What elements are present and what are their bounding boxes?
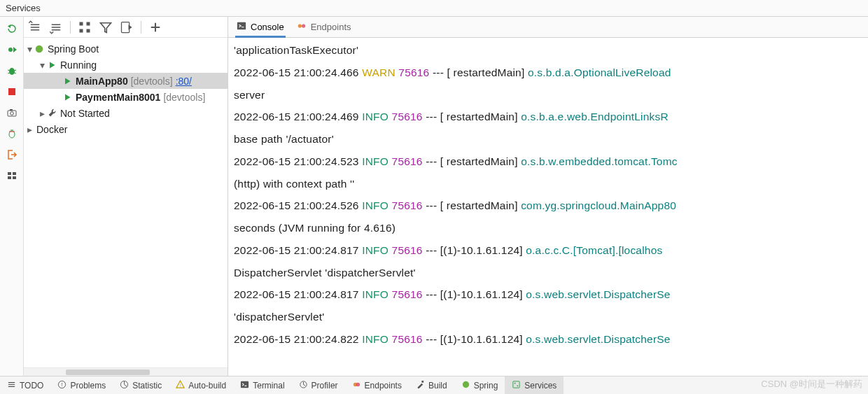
config-icon[interactable] [120, 20, 134, 34]
tree-node-running[interactable]: ▾ Running [24, 57, 227, 73]
todo-icon [7, 380, 16, 391]
svg-text:!: ! [180, 382, 181, 387]
tree-node-paymentmain8001[interactable]: PaymentMain8001 [devtools] [24, 89, 227, 105]
endpoints-icon [297, 21, 307, 33]
svg-line-5 [14, 73, 16, 73]
play-icon [62, 93, 73, 101]
heap-icon[interactable] [6, 127, 18, 140]
bottom-tab-problems[interactable]: !Problems [50, 377, 113, 394]
log-continuation: DispatcherServlet 'dispatcherServlet' [234, 262, 867, 284]
bottom-tab-terminal[interactable]: Terminal [233, 377, 291, 394]
bottom-tab-build[interactable]: Build [409, 377, 454, 394]
debug1-icon[interactable] [6, 43, 18, 56]
filter-icon[interactable] [99, 20, 113, 34]
spring-icon [34, 44, 45, 54]
svg-point-23 [302, 24, 305, 27]
tree-node-docker[interactable]: ▸ Docker [24, 121, 227, 137]
service-tree[interactable]: ▾ Spring Boot ▾ Running MainApp80 [devto… [24, 38, 227, 367]
port-link[interactable]: :80/ [176, 76, 192, 87]
bottom-tab-profiler[interactable]: Profiler [292, 377, 345, 394]
services-icon [512, 380, 521, 391]
camera-icon[interactable] [6, 106, 18, 119]
bottom-tab-label: Auto-build [188, 381, 226, 391]
svg-rect-9 [10, 109, 13, 111]
bottom-tab-label: Terminal [253, 381, 284, 391]
tab-label: Console [251, 22, 284, 32]
bottom-tab-label: Spring [474, 381, 498, 391]
tree-tag: [devtools] [131, 76, 173, 87]
expand-all-icon[interactable] [49, 20, 63, 34]
bottom-tab-endpoints[interactable]: Endpoints [345, 377, 409, 394]
svg-rect-13 [8, 176, 11, 179]
tab-console[interactable]: Console [237, 17, 284, 37]
log-line: 2022-06-15 21:00:24.523 INFO 75616 --- [… [234, 150, 867, 173]
log-continuation: base path '/actuator' [234, 128, 867, 150]
tree-node-mainapp80[interactable]: MainApp80 [devtools] :80/ [24, 73, 227, 89]
horizontal-scrollbar[interactable] [24, 367, 227, 376]
left-gutter [0, 17, 24, 376]
tree-label: PaymentMain8001 [73, 92, 160, 103]
log-line: 2022-06-15 21:00:24.526 INFO 75616 --- [… [234, 195, 867, 217]
bottom-tab-todo[interactable]: TODO [0, 377, 50, 394]
bottom-tab-services[interactable]: Services [505, 377, 564, 394]
stop-icon[interactable] [6, 85, 18, 98]
output-tabs: Console Endpoints [228, 17, 868, 38]
bottom-tab-label: Build [428, 381, 447, 391]
svg-rect-19 [122, 22, 130, 32]
svg-text:!: ! [62, 381, 63, 388]
svg-rect-17 [80, 29, 83, 32]
tree-label: Not Started [57, 108, 110, 119]
collapse-all-icon[interactable] [28, 20, 42, 34]
tree-node-notstarted[interactable]: ▸ Not Started [24, 105, 227, 121]
svg-point-33 [462, 381, 468, 387]
chevron-down-icon: ▾ [25, 43, 34, 55]
play-icon [46, 61, 57, 69]
svg-rect-12 [13, 172, 16, 175]
bottom-tab-label: TODO [20, 381, 43, 391]
bottom-tab-label: Problems [70, 381, 106, 391]
log-continuation: 'dispatcherServlet' [234, 306, 867, 328]
svg-point-0 [8, 48, 13, 52]
bottom-tab-spring[interactable]: Spring [454, 377, 505, 394]
svg-rect-14 [13, 176, 16, 179]
build-icon [416, 380, 425, 391]
bottom-tab-statistic[interactable]: Statistic [113, 377, 169, 394]
log-continuation: seconds (JVM running for 4.616) [234, 217, 867, 239]
tree-node-springboot[interactable]: ▾ Spring Boot [24, 41, 227, 57]
svg-point-1 [9, 68, 15, 75]
layout-icon[interactable] [6, 169, 18, 182]
group-icon[interactable] [78, 20, 92, 34]
tree-tag: [devtools] [163, 92, 205, 103]
svg-point-31 [356, 382, 360, 386]
tab-endpoints[interactable]: Endpoints [297, 17, 351, 37]
add-icon[interactable] [148, 20, 162, 34]
endpoints-icon [352, 380, 361, 391]
problems-icon: ! [57, 380, 66, 391]
chevron-right-icon: ▸ [38, 108, 46, 119]
chevron-right-icon: ▸ [25, 124, 34, 135]
exit-icon[interactable] [6, 148, 18, 161]
wrench-icon [46, 108, 57, 118]
tree-label: MainApp80 [73, 76, 128, 87]
svg-line-4 [8, 73, 10, 73]
tree-toolbar [24, 17, 227, 38]
log-continuation: server [234, 84, 867, 106]
log-line: 2022-06-15 21:00:24.469 INFO 75616 --- [… [234, 106, 867, 128]
svg-point-8 [10, 112, 13, 115]
rerun-icon[interactable] [6, 22, 18, 35]
statistic-icon [120, 380, 129, 391]
bottom-toolbar: TODO!ProblemsStatistic!Auto-buildTermina… [0, 376, 868, 394]
bug-icon[interactable] [6, 64, 18, 77]
console-output[interactable]: 'applicationTaskExecutor'2022-06-15 21:0… [228, 38, 868, 376]
log-continuation: (http) with context path '' [234, 173, 867, 195]
bottom-tab-label: Endpoints [365, 381, 402, 391]
svg-point-22 [298, 24, 301, 27]
bottom-tab-autobuild[interactable]: !Auto-build [169, 377, 233, 394]
log-line: 2022-06-15 21:00:24.817 INFO 75616 --- [… [234, 283, 867, 306]
autobuild-icon: ! [176, 380, 185, 391]
profiler-icon [299, 380, 308, 391]
terminal-icon [240, 380, 249, 391]
svg-point-36 [517, 385, 519, 386]
tree-label: Spring Boot [45, 43, 99, 55]
console-icon [237, 21, 246, 33]
